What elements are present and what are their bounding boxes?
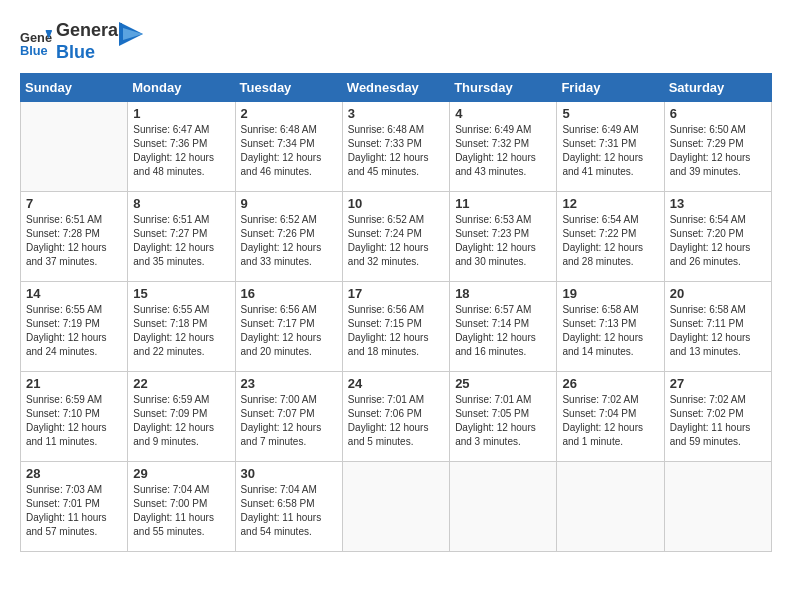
calendar-day-cell: 16Sunrise: 6:56 AM Sunset: 7:17 PM Dayli…: [235, 282, 342, 372]
day-info: Sunrise: 6:54 AM Sunset: 7:22 PM Dayligh…: [562, 213, 658, 269]
day-of-week-header: Monday: [128, 74, 235, 102]
svg-text:Blue: Blue: [20, 42, 48, 57]
calendar-day-cell: [450, 462, 557, 552]
calendar-week-row: 14Sunrise: 6:55 AM Sunset: 7:19 PM Dayli…: [21, 282, 772, 372]
day-info: Sunrise: 7:02 AM Sunset: 7:02 PM Dayligh…: [670, 393, 766, 449]
day-number: 7: [26, 196, 122, 211]
calendar-header-row: SundayMondayTuesdayWednesdayThursdayFrid…: [21, 74, 772, 102]
day-number: 14: [26, 286, 122, 301]
day-info: Sunrise: 6:56 AM Sunset: 7:15 PM Dayligh…: [348, 303, 444, 359]
calendar-day-cell: 21Sunrise: 6:59 AM Sunset: 7:10 PM Dayli…: [21, 372, 128, 462]
day-info: Sunrise: 6:58 AM Sunset: 7:13 PM Dayligh…: [562, 303, 658, 359]
day-number: 28: [26, 466, 122, 481]
day-info: Sunrise: 6:53 AM Sunset: 7:23 PM Dayligh…: [455, 213, 551, 269]
day-number: 26: [562, 376, 658, 391]
calendar-day-cell: 9Sunrise: 6:52 AM Sunset: 7:26 PM Daylig…: [235, 192, 342, 282]
day-info: Sunrise: 7:01 AM Sunset: 7:05 PM Dayligh…: [455, 393, 551, 449]
calendar-day-cell: [21, 102, 128, 192]
day-of-week-header: Thursday: [450, 74, 557, 102]
day-info: Sunrise: 6:59 AM Sunset: 7:09 PM Dayligh…: [133, 393, 229, 449]
calendar-day-cell: 18Sunrise: 6:57 AM Sunset: 7:14 PM Dayli…: [450, 282, 557, 372]
calendar-day-cell: 28Sunrise: 7:03 AM Sunset: 7:01 PM Dayli…: [21, 462, 128, 552]
day-of-week-header: Tuesday: [235, 74, 342, 102]
day-info: Sunrise: 7:02 AM Sunset: 7:04 PM Dayligh…: [562, 393, 658, 449]
day-number: 8: [133, 196, 229, 211]
calendar-day-cell: 2Sunrise: 6:48 AM Sunset: 7:34 PM Daylig…: [235, 102, 342, 192]
calendar-day-cell: 23Sunrise: 7:00 AM Sunset: 7:07 PM Dayli…: [235, 372, 342, 462]
calendar-week-row: 28Sunrise: 7:03 AM Sunset: 7:01 PM Dayli…: [21, 462, 772, 552]
day-number: 19: [562, 286, 658, 301]
day-number: 17: [348, 286, 444, 301]
logo-general: General: [56, 20, 123, 42]
day-info: Sunrise: 6:58 AM Sunset: 7:11 PM Dayligh…: [670, 303, 766, 359]
calendar-day-cell: 4Sunrise: 6:49 AM Sunset: 7:32 PM Daylig…: [450, 102, 557, 192]
day-number: 21: [26, 376, 122, 391]
day-info: Sunrise: 6:57 AM Sunset: 7:14 PM Dayligh…: [455, 303, 551, 359]
day-info: Sunrise: 7:04 AM Sunset: 6:58 PM Dayligh…: [241, 483, 337, 539]
calendar-day-cell: 19Sunrise: 6:58 AM Sunset: 7:13 PM Dayli…: [557, 282, 664, 372]
day-info: Sunrise: 6:48 AM Sunset: 7:34 PM Dayligh…: [241, 123, 337, 179]
day-of-week-header: Saturday: [664, 74, 771, 102]
day-info: Sunrise: 6:51 AM Sunset: 7:28 PM Dayligh…: [26, 213, 122, 269]
day-info: Sunrise: 6:50 AM Sunset: 7:29 PM Dayligh…: [670, 123, 766, 179]
day-number: 16: [241, 286, 337, 301]
day-number: 4: [455, 106, 551, 121]
calendar-day-cell: 14Sunrise: 6:55 AM Sunset: 7:19 PM Dayli…: [21, 282, 128, 372]
day-number: 25: [455, 376, 551, 391]
calendar-day-cell: 22Sunrise: 6:59 AM Sunset: 7:09 PM Dayli…: [128, 372, 235, 462]
day-number: 29: [133, 466, 229, 481]
day-info: Sunrise: 6:55 AM Sunset: 7:19 PM Dayligh…: [26, 303, 122, 359]
calendar-day-cell: [664, 462, 771, 552]
day-info: Sunrise: 6:52 AM Sunset: 7:26 PM Dayligh…: [241, 213, 337, 269]
day-number: 1: [133, 106, 229, 121]
day-info: Sunrise: 6:47 AM Sunset: 7:36 PM Dayligh…: [133, 123, 229, 179]
day-number: 30: [241, 466, 337, 481]
calendar-week-row: 1Sunrise: 6:47 AM Sunset: 7:36 PM Daylig…: [21, 102, 772, 192]
calendar-day-cell: 8Sunrise: 6:51 AM Sunset: 7:27 PM Daylig…: [128, 192, 235, 282]
day-number: 6: [670, 106, 766, 121]
day-info: Sunrise: 7:01 AM Sunset: 7:06 PM Dayligh…: [348, 393, 444, 449]
day-number: 13: [670, 196, 766, 211]
day-info: Sunrise: 6:51 AM Sunset: 7:27 PM Dayligh…: [133, 213, 229, 269]
day-number: 18: [455, 286, 551, 301]
logo: General Blue General Blue: [20, 20, 143, 63]
day-number: 23: [241, 376, 337, 391]
day-of-week-header: Friday: [557, 74, 664, 102]
calendar-day-cell: 15Sunrise: 6:55 AM Sunset: 7:18 PM Dayli…: [128, 282, 235, 372]
day-number: 12: [562, 196, 658, 211]
day-info: Sunrise: 6:56 AM Sunset: 7:17 PM Dayligh…: [241, 303, 337, 359]
logo-icon: General Blue: [20, 26, 52, 58]
day-info: Sunrise: 6:55 AM Sunset: 7:18 PM Dayligh…: [133, 303, 229, 359]
day-number: 9: [241, 196, 337, 211]
calendar-day-cell: 3Sunrise: 6:48 AM Sunset: 7:33 PM Daylig…: [342, 102, 449, 192]
day-info: Sunrise: 7:04 AM Sunset: 7:00 PM Dayligh…: [133, 483, 229, 539]
day-number: 15: [133, 286, 229, 301]
calendar-week-row: 7Sunrise: 6:51 AM Sunset: 7:28 PM Daylig…: [21, 192, 772, 282]
calendar-day-cell: 17Sunrise: 6:56 AM Sunset: 7:15 PM Dayli…: [342, 282, 449, 372]
day-number: 11: [455, 196, 551, 211]
page-header: General Blue General Blue: [20, 20, 772, 63]
logo-arrow-icon: [119, 22, 143, 52]
calendar-day-cell: 30Sunrise: 7:04 AM Sunset: 6:58 PM Dayli…: [235, 462, 342, 552]
day-number: 24: [348, 376, 444, 391]
day-of-week-header: Sunday: [21, 74, 128, 102]
day-number: 3: [348, 106, 444, 121]
calendar-day-cell: 29Sunrise: 7:04 AM Sunset: 7:00 PM Dayli…: [128, 462, 235, 552]
calendar-table: SundayMondayTuesdayWednesdayThursdayFrid…: [20, 73, 772, 552]
day-info: Sunrise: 6:59 AM Sunset: 7:10 PM Dayligh…: [26, 393, 122, 449]
calendar-day-cell: 13Sunrise: 6:54 AM Sunset: 7:20 PM Dayli…: [664, 192, 771, 282]
day-info: Sunrise: 6:48 AM Sunset: 7:33 PM Dayligh…: [348, 123, 444, 179]
day-info: Sunrise: 7:03 AM Sunset: 7:01 PM Dayligh…: [26, 483, 122, 539]
calendar-day-cell: 26Sunrise: 7:02 AM Sunset: 7:04 PM Dayli…: [557, 372, 664, 462]
day-info: Sunrise: 6:52 AM Sunset: 7:24 PM Dayligh…: [348, 213, 444, 269]
day-info: Sunrise: 6:49 AM Sunset: 7:31 PM Dayligh…: [562, 123, 658, 179]
day-number: 20: [670, 286, 766, 301]
calendar-day-cell: [557, 462, 664, 552]
calendar-day-cell: 27Sunrise: 7:02 AM Sunset: 7:02 PM Dayli…: [664, 372, 771, 462]
calendar-day-cell: 20Sunrise: 6:58 AM Sunset: 7:11 PM Dayli…: [664, 282, 771, 372]
calendar-week-row: 21Sunrise: 6:59 AM Sunset: 7:10 PM Dayli…: [21, 372, 772, 462]
day-info: Sunrise: 6:54 AM Sunset: 7:20 PM Dayligh…: [670, 213, 766, 269]
day-number: 2: [241, 106, 337, 121]
day-info: Sunrise: 7:00 AM Sunset: 7:07 PM Dayligh…: [241, 393, 337, 449]
day-number: 27: [670, 376, 766, 391]
